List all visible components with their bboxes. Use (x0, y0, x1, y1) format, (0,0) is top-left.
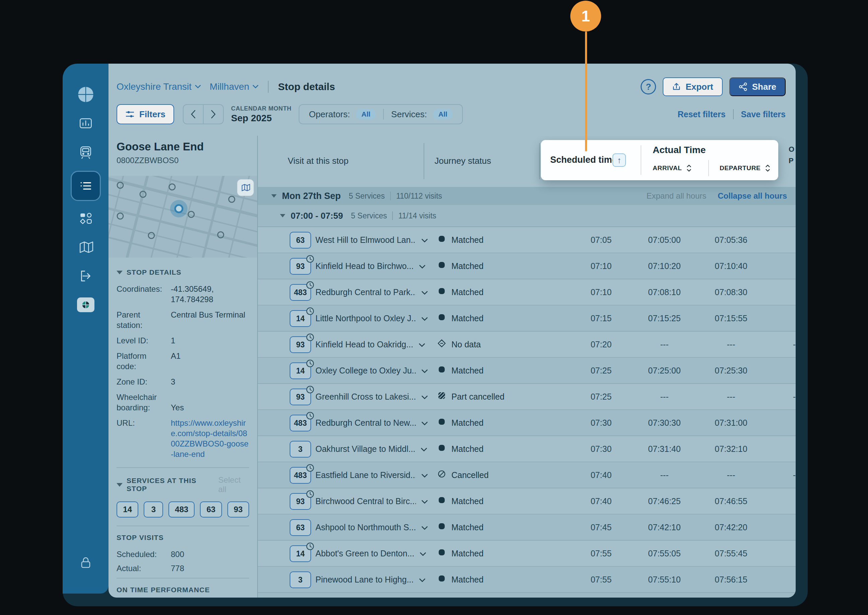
hour-group-row[interactable]: 07:00 - 07:59 5 Services 11/14 visits (258, 205, 796, 227)
visit-row[interactable]: 93Kinfield Head to Birchwo...Matched07:1… (258, 253, 796, 279)
clock-badge-icon (306, 490, 315, 500)
visit-row[interactable]: 14Little Northpool to Oxley J...Matched0… (258, 306, 796, 332)
sidebar-item-logout[interactable] (74, 264, 98, 288)
route-cell[interactable]: Redburgh Central to Park... (315, 279, 428, 305)
operators-services-filter[interactable]: Operators: All Services: All (299, 104, 463, 124)
route-cell[interactable]: Little Northpool to Oxley J... (315, 306, 428, 331)
route-cell[interactable]: Pinewood Lane to Highg... (315, 567, 425, 592)
departure-time-cell: 07:05:36 (698, 227, 765, 253)
sidebar-item-logo[interactable] (74, 83, 98, 106)
visit-row[interactable]: 483Redburgh Central to New...Matched07:3… (258, 410, 796, 436)
route-cell[interactable]: Oxley College to Oxley Ju... (315, 358, 428, 383)
route-cell[interactable]: Abbot's Green to Denton... (315, 541, 426, 566)
select-all-link[interactable]: Select all (218, 475, 249, 494)
scheduled-sort-button[interactable]: ↑ (612, 153, 626, 167)
route-label: Birchwood Central to Birc... (315, 496, 416, 506)
breadcrumb-region[interactable]: Millhaven (210, 81, 259, 92)
service-chip-14[interactable]: 14 (117, 501, 138, 518)
route-cell[interactable]: West Hill to Elmwood Lan... (315, 227, 428, 253)
sidebar-item-vehicles[interactable] (74, 140, 98, 164)
sidebar-lock[interactable] (78, 556, 93, 571)
visit-row[interactable]: 483Redburgh Central to Park...Matched07:… (258, 279, 796, 306)
detail-value-link[interactable]: https://www.oxleyshire.com/stop-details/… (171, 418, 249, 459)
detail-row: Parent station:Central Bus Terminal (117, 309, 249, 330)
route-cell[interactable]: Kinfield Head to Oakridg... (315, 332, 425, 357)
stop-map[interactable] (109, 176, 258, 258)
selected-stop-marker (175, 205, 182, 212)
sidebar-item-stop-details[interactable] (71, 171, 101, 201)
sort-ascending-icon: ↑ (617, 155, 622, 165)
save-filters-link[interactable]: Save filters (741, 109, 785, 119)
journey-status-cell: Matched (437, 567, 483, 592)
sliders-icon (125, 110, 135, 119)
route-cell[interactable]: Greenhill Cross to Lakesi... (315, 384, 428, 409)
arrival-label: ARRIVAL (653, 164, 682, 172)
date-group-row[interactable]: Mon 27th Sep 5 Services 110/112 visits E… (258, 187, 796, 205)
service-chip-63[interactable]: 63 (200, 501, 222, 518)
stop-details-section-header[interactable]: STOP DETAILS (117, 268, 249, 276)
departure-time-cell: 07:56:15 (698, 567, 765, 592)
route-label: West Hill to Elmwood Lan... (315, 235, 416, 245)
share-button[interactable]: Share (729, 77, 785, 96)
arrival-sort-control[interactable]: ARRIVAL (653, 164, 692, 172)
scheduled-time-cell: 07:40 (567, 489, 634, 514)
clock-badge-icon (306, 281, 315, 292)
route-cell[interactable]: Oakhurst Village to Middl... (315, 436, 427, 462)
route-cell[interactable]: Kinfield Head to Birchwo... (315, 253, 425, 279)
detail-label: Level ID: (117, 335, 167, 346)
journey-status-label: Cancelled (452, 470, 489, 480)
sidebar-item-map[interactable] (74, 235, 98, 259)
service-chip-483[interactable]: 483 (168, 501, 195, 518)
route-cell[interactable]: Ashpool to Northmouth S... (315, 515, 428, 540)
visit-row[interactable]: 483Eastfield Lane to Riversid...Cancelle… (258, 462, 796, 489)
visit-row[interactable]: 93Greenhill Cross to Lakesi...Part cance… (258, 384, 796, 410)
visit-row[interactable]: 3Pinewood Lane to Highg...Matched07:5507… (258, 567, 796, 593)
sidebar-item-analytics[interactable] (74, 111, 98, 135)
sidebar-item-categories[interactable] (74, 206, 98, 231)
journey-status-cell: Matched (437, 436, 483, 462)
matched-icon (437, 287, 446, 297)
breadcrumb-operator[interactable]: Oxleyshire Transit (117, 81, 201, 92)
arrival-time-cell: 07:25:00 (631, 358, 698, 383)
part-cancelled-icon (437, 391, 446, 402)
route-cell[interactable]: Redburgh Central to New... (315, 410, 428, 435)
chevron-down-icon (419, 549, 426, 559)
open-map-button[interactable] (237, 179, 254, 196)
visits-value: 778 (171, 564, 249, 573)
scheduled-time-cell: 07:20 (567, 332, 634, 357)
visit-row[interactable]: 14Abbot's Green to Denton...Matched07:55… (258, 541, 796, 567)
visit-row[interactable]: 93Kinfield Head to Oakridg...No data07:2… (258, 332, 796, 358)
previous-month-button[interactable] (184, 105, 204, 123)
service-chip-3[interactable]: 3 (144, 501, 163, 518)
expand-all-hours-link[interactable]: Expand all hours (647, 191, 707, 201)
arrival-time-cell: 07:46:25 (631, 489, 698, 514)
route-label: Pinewood Lane to Highg... (315, 575, 414, 585)
visit-row[interactable]: 63West Hill to Elmwood Lan...Matched07:0… (258, 227, 796, 253)
route-cell[interactable]: Eastfield Lane to Riversid... (315, 462, 428, 488)
departure-sort-control[interactable]: DEPARTURE (720, 164, 770, 172)
matched-icon (437, 548, 446, 559)
next-month-button[interactable] (204, 105, 223, 123)
logout-icon (78, 268, 94, 284)
visit-row[interactable]: 3Oakhurst Village to Middl...Matched07:3… (258, 436, 796, 462)
departure-time-cell: 07:46:55 (698, 489, 765, 514)
departure-time-cell: 07:42:20 (698, 515, 765, 540)
collapse-all-hours-link[interactable]: Collapse all hours (718, 191, 787, 201)
help-button[interactable]: ? (640, 79, 656, 94)
route-label: Little Northpool to Oxley J... (315, 314, 416, 323)
departure-time-cell: 07:15:55 (698, 306, 765, 331)
services-section-header[interactable]: SERVICES AT THIS STOP Select all (117, 475, 249, 494)
detail-value: A1 (171, 351, 249, 371)
next-hour-group-row[interactable]: 08:00 - 08:59 5 Services 12/14 visits (258, 593, 796, 598)
export-button[interactable]: Export (663, 77, 722, 96)
route-cell[interactable]: Birchwood Central to Birc... (315, 489, 428, 514)
visit-row[interactable]: 63Ashpool to Northmouth S...Matched07:45… (258, 515, 796, 541)
filters-button[interactable]: Filters (117, 104, 174, 124)
reset-filters-link[interactable]: Reset filters (678, 109, 725, 119)
chevron-down-icon (421, 314, 428, 323)
service-number-chip: 93 (290, 336, 311, 353)
sidebar-item-apps[interactable] (74, 293, 98, 317)
visit-row[interactable]: 14Oxley College to Oxley Ju...Matched07:… (258, 358, 796, 384)
service-chip-93[interactable]: 93 (228, 501, 249, 518)
visit-row[interactable]: 93Birchwood Central to Birc...Matched07:… (258, 489, 796, 515)
